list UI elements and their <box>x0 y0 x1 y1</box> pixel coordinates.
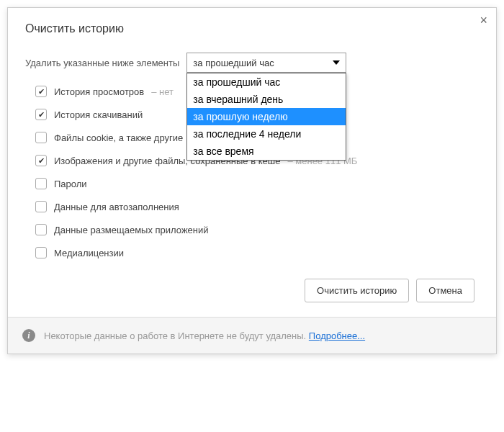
checkbox[interactable] <box>35 201 47 212</box>
checkbox-hint: – нет <box>151 86 174 97</box>
period-row: Удалить указанные ниже элементы за проше… <box>25 53 479 73</box>
checkbox[interactable] <box>35 86 47 97</box>
checkbox[interactable] <box>35 178 47 189</box>
checkbox[interactable] <box>35 247 47 258</box>
clear-history-button[interactable]: Очистить историю <box>305 279 409 302</box>
info-bar: i Некоторые данные о работе в Интернете … <box>8 317 496 354</box>
period-label: Удалить указанные ниже элементы <box>25 58 179 68</box>
dialog-title: Очистить историю <box>25 22 479 35</box>
info-text: Некоторые данные о работе в Интернете не… <box>44 330 365 341</box>
checkbox[interactable] <box>35 109 47 120</box>
close-icon[interactable]: × <box>480 14 487 27</box>
checkbox-label: Пароли <box>54 179 87 189</box>
checkbox[interactable] <box>35 132 47 143</box>
info-message: Некоторые данные о работе в Интернете не… <box>44 330 309 341</box>
checkbox-label: Медиалицензии <box>54 248 124 258</box>
dropdown-option[interactable]: за все время <box>187 143 346 160</box>
select-box[interactable]: за прошедший час <box>186 53 346 73</box>
checkbox-label: Данные для автозаполнения <box>54 202 179 212</box>
checkbox-label: История скачиваний <box>54 109 143 120</box>
checkbox[interactable] <box>35 224 47 235</box>
learn-more-link[interactable]: Подробнее... <box>309 330 365 341</box>
dropdown-option[interactable]: за прошлую неделю <box>187 108 346 125</box>
period-dropdown[interactable]: за прошедший часза вчерашний деньза прош… <box>186 73 346 161</box>
chevron-down-icon <box>333 60 340 65</box>
checkbox-label: История просмотров <box>54 86 144 97</box>
dialog-body: × Очистить историю Удалить указанные ниж… <box>8 8 496 317</box>
checkbox-row: Данные размещаемых приложений <box>35 224 479 235</box>
period-select[interactable]: за прошедший час за прошедший часза вчер… <box>186 53 346 73</box>
dropdown-option[interactable]: за прошедший час <box>187 73 346 91</box>
checkbox-row: Пароли <box>35 178 479 189</box>
clear-history-dialog: × Очистить историю Удалить указанные ниж… <box>7 7 497 354</box>
checkbox-row: Данные для автозаполнения <box>35 201 479 212</box>
dialog-footer: Очистить историю Отмена <box>25 279 479 302</box>
dropdown-option[interactable]: за последние 4 недели <box>187 125 346 143</box>
checkbox-label: Файлы cookie, а также другие <box>54 132 183 143</box>
cancel-button[interactable]: Отмена <box>416 279 474 302</box>
checkbox-row: Медиалицензии <box>35 247 479 258</box>
select-value: за прошедший час <box>193 58 274 68</box>
checkbox-label: Данные размещаемых приложений <box>54 225 209 235</box>
checkbox[interactable] <box>35 155 47 166</box>
info-icon: i <box>22 329 35 342</box>
dropdown-option[interactable]: за вчерашний день <box>187 91 346 108</box>
